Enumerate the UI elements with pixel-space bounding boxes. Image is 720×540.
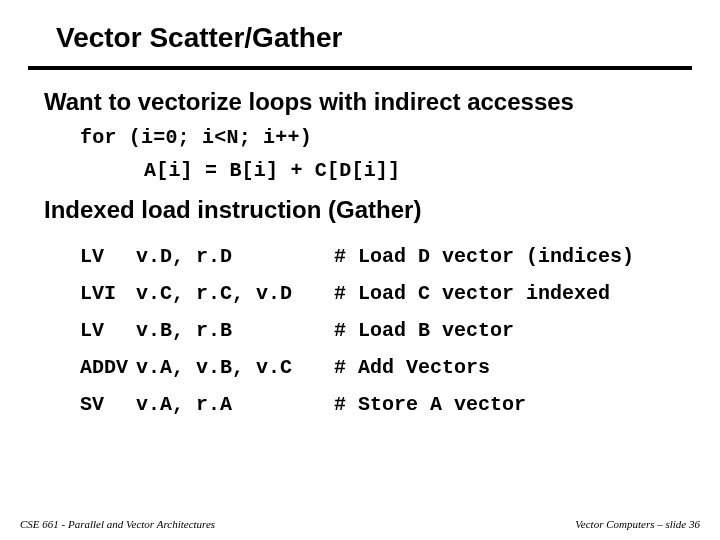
slide: { "title": "Vector Scatter/Gather", "hea…	[0, 0, 720, 540]
footer-right: Vector Computers – slide 36	[575, 518, 700, 530]
footer: CSE 661 - Parallel and Vector Architectu…	[20, 518, 700, 530]
instruction-args: v.B, r.B	[136, 312, 334, 349]
instruction-op: ADDV	[80, 349, 136, 386]
instruction-row: ADDVv.A, v.B, v.C# Add Vectors	[80, 349, 634, 386]
instruction-comment: # Load C vector indexed	[334, 275, 634, 312]
instruction-args: v.A, r.A	[136, 386, 334, 423]
instruction-comment: # Add Vectors	[334, 349, 634, 386]
instruction-row: SVv.A, r.A# Store A vector	[80, 386, 634, 423]
instruction-comment: # Load D vector (indices)	[334, 238, 634, 275]
heading-goal: Want to vectorize loops with indirect ac…	[44, 88, 692, 116]
instruction-table: LVv.D, r.D# Load D vector (indices)LVIv.…	[80, 238, 634, 423]
instruction-row: LVv.B, r.B# Load B vector	[80, 312, 634, 349]
instruction-args: v.C, r.C, v.D	[136, 275, 334, 312]
code-for-loop: for (i=0; i<N; i++)	[80, 126, 692, 149]
instruction-args: v.D, r.D	[136, 238, 334, 275]
instruction-comment: # Load B vector	[334, 312, 634, 349]
heading-gather: Indexed load instruction (Gather)	[44, 196, 692, 224]
content: Want to vectorize loops with indirect ac…	[0, 70, 720, 423]
instruction-op: LV	[80, 312, 136, 349]
code-assignment: A[i] = B[i] + C[D[i]]	[144, 159, 692, 182]
page-title: Vector Scatter/Gather	[0, 0, 720, 62]
instruction-op: LV	[80, 238, 136, 275]
instruction-comment: # Store A vector	[334, 386, 634, 423]
instruction-op: SV	[80, 386, 136, 423]
instruction-args: v.A, v.B, v.C	[136, 349, 334, 386]
instruction-row: LVv.D, r.D# Load D vector (indices)	[80, 238, 634, 275]
instruction-op: LVI	[80, 275, 136, 312]
instruction-row: LVIv.C, r.C, v.D# Load C vector indexed	[80, 275, 634, 312]
footer-left: CSE 661 - Parallel and Vector Architectu…	[20, 518, 215, 530]
